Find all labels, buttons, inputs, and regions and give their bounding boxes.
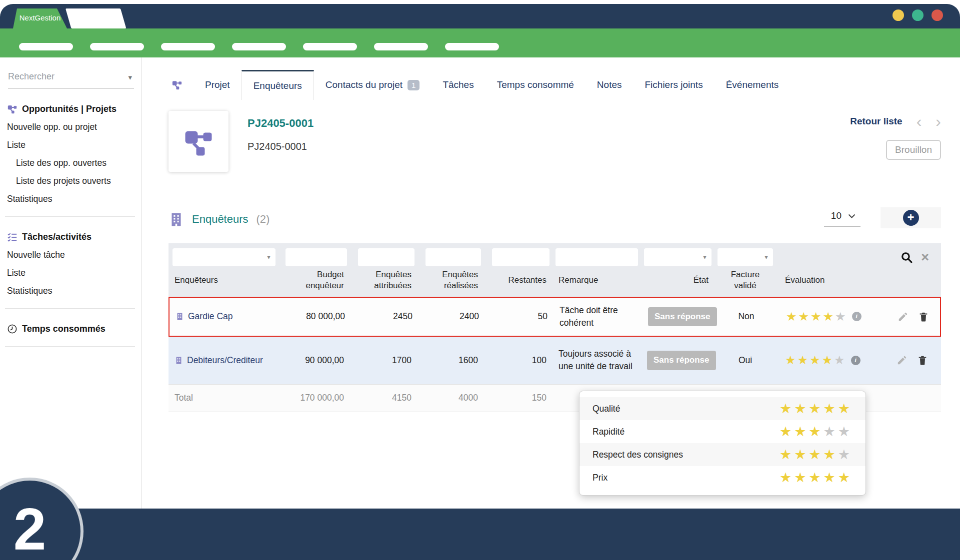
edit-icon[interactable] bbox=[896, 355, 908, 366]
rating-details-popup: Qualité ★★★★★ Rapidité ★★★★★ Respect des… bbox=[579, 391, 866, 496]
checklist-icon bbox=[7, 232, 18, 242]
tab-fichiers-joints[interactable]: Fichiers joints bbox=[634, 70, 714, 100]
criterion-label: Prix bbox=[592, 473, 608, 483]
sidebar-item-liste-projets-ouverts[interactable]: Liste des projets ouverts bbox=[16, 176, 141, 186]
col-attribuees[interactable]: Enquêtes attribuées bbox=[350, 269, 418, 292]
filter-attribuees-input[interactable] bbox=[358, 248, 414, 266]
add-enqueteur-button[interactable]: + bbox=[880, 207, 941, 228]
tab-taches[interactable]: Tâches bbox=[431, 70, 485, 100]
project-name: PJ2405-0001 bbox=[248, 141, 314, 152]
filter-restantes-input[interactable] bbox=[492, 248, 550, 266]
dot-teal-icon[interactable] bbox=[912, 9, 924, 21]
star-rating: ★★★★★ bbox=[780, 449, 852, 461]
tab-enqueteurs[interactable]: Enquêteurs bbox=[242, 70, 314, 100]
filter-realisees-input[interactable] bbox=[426, 248, 481, 266]
nav-pill[interactable] bbox=[161, 43, 215, 50]
clear-filters-icon[interactable]: × bbox=[921, 251, 929, 264]
sidebar-item-liste-opp-ouvertes[interactable]: Liste des opp. ouvertes bbox=[16, 158, 141, 168]
section-count: (2) bbox=[256, 213, 270, 226]
dot-yellow-icon[interactable] bbox=[892, 9, 904, 21]
rating-criterion-row: Prix ★★★★★ bbox=[580, 466, 866, 489]
nav-pill[interactable] bbox=[303, 43, 357, 50]
remark-text: Toujours associé à une unité de travail bbox=[552, 348, 641, 373]
enqueteur-link[interactable]: Debiteurs/Crediteur bbox=[168, 354, 278, 367]
col-realisees[interactable]: Enquêtes réalisées bbox=[418, 269, 484, 292]
rating-criterion-row: Qualité ★★★★★ bbox=[580, 397, 866, 420]
assigned-value: 2450 bbox=[351, 310, 418, 323]
col-facture[interactable]: Facture validé bbox=[714, 269, 776, 292]
search-icon[interactable] bbox=[900, 251, 913, 264]
nav-pill[interactable] bbox=[19, 43, 73, 50]
project-code[interactable]: PJ2405-0001 bbox=[248, 117, 314, 130]
delete-icon[interactable] bbox=[918, 311, 929, 322]
dot-red-icon[interactable] bbox=[932, 9, 943, 21]
tab-projet[interactable]: Projet bbox=[194, 70, 242, 100]
col-restantes[interactable]: Restantes bbox=[484, 275, 552, 286]
filter-budget-input[interactable] bbox=[286, 248, 347, 266]
sidebar-item-liste-taches[interactable]: Liste bbox=[7, 268, 141, 278]
remaining-value: 100 bbox=[484, 354, 552, 367]
sidebar-item-statistiques-taches[interactable]: Statistiques bbox=[7, 286, 141, 296]
nav-pill[interactable] bbox=[90, 43, 144, 50]
sidebar-section-opportunites[interactable]: Opportunités | Projets bbox=[7, 104, 141, 114]
filter-etat-select[interactable]: ▾ bbox=[644, 248, 712, 266]
total-budget: 170 000,00 bbox=[278, 392, 350, 404]
plus-icon: + bbox=[903, 210, 919, 226]
edit-icon[interactable] bbox=[898, 311, 908, 322]
col-remarque[interactable]: Remarque bbox=[552, 275, 641, 286]
sidebar-item-liste-opp[interactable]: Liste bbox=[7, 140, 141, 150]
total-remaining: 150 bbox=[484, 392, 552, 404]
table-row: Debiteurs/Crediteur 90 000,00 1700 1600 … bbox=[168, 337, 941, 384]
brand-tab[interactable]: NextGestion bbox=[13, 8, 67, 28]
nav-pill[interactable] bbox=[445, 43, 499, 50]
filter-enqueteurs-select[interactable]: ▾ bbox=[172, 248, 276, 266]
tab-evenements[interactable]: Événements bbox=[714, 70, 790, 100]
sidebar-section-temps[interactable]: Temps consommés bbox=[7, 324, 141, 334]
criterion-label: Qualité bbox=[592, 404, 620, 414]
section-title: Enquêteurs bbox=[192, 213, 248, 226]
sidebar-item-nouvelle-opp[interactable]: Nouvelle opp. ou projet bbox=[7, 122, 141, 132]
building-icon bbox=[174, 356, 183, 365]
caret-down-icon: ▾ bbox=[128, 73, 132, 82]
tab-notes[interactable]: Notes bbox=[586, 70, 634, 100]
remark-text: Tâche doit être cohérent bbox=[554, 304, 642, 330]
filter-facture-select[interactable]: ▾ bbox=[718, 248, 773, 266]
delete-icon[interactable] bbox=[917, 355, 928, 366]
search-input[interactable]: Rechercher ▾ bbox=[8, 71, 134, 89]
col-etat[interactable]: État bbox=[641, 275, 714, 286]
tab-contacts[interactable]: Contacts du projet 1 bbox=[314, 70, 432, 100]
main-nav bbox=[0, 28, 960, 57]
project-avatar bbox=[168, 111, 228, 172]
back-to-list-link[interactable]: Retour liste bbox=[850, 116, 902, 127]
contacts-count-badge: 1 bbox=[408, 80, 420, 90]
chevron-right-icon[interactable]: › bbox=[936, 116, 941, 127]
col-evaluation[interactable]: Évaluation bbox=[776, 275, 878, 286]
filter-remarque-input[interactable] bbox=[556, 248, 638, 266]
info-icon[interactable]: i bbox=[851, 356, 860, 365]
tab-temps-consomme[interactable]: Temps consommé bbox=[486, 70, 586, 100]
project-type-icon bbox=[172, 79, 182, 90]
col-budget[interactable]: Budget enquêteur bbox=[278, 269, 350, 292]
brand-logo: NextGestion bbox=[20, 13, 61, 22]
total-done: 4000 bbox=[418, 392, 484, 404]
col-enqueteurs[interactable]: Enquêteurs bbox=[168, 275, 278, 286]
total-label: Total bbox=[168, 392, 278, 404]
sidebar-section-taches[interactable]: Tâches/activités bbox=[7, 232, 141, 242]
remaining-value: 50 bbox=[485, 310, 554, 323]
star-rating[interactable]: ★★★★★ bbox=[785, 354, 846, 366]
info-icon[interactable]: i bbox=[852, 312, 862, 321]
nav-pill[interactable] bbox=[374, 43, 428, 50]
window-tab-ghost[interactable] bbox=[66, 8, 126, 28]
chevron-left-icon[interactable]: ‹ bbox=[916, 116, 922, 127]
nav-pill[interactable] bbox=[232, 43, 286, 50]
sidebar-item-nouvelle-tache[interactable]: Nouvelle tâche bbox=[7, 250, 141, 260]
search-placeholder: Rechercher bbox=[8, 71, 54, 81]
sitemap-icon bbox=[7, 104, 18, 114]
enqueteur-link[interactable]: Gardie Cap bbox=[170, 310, 278, 323]
star-rating[interactable]: ★★★★★ bbox=[786, 311, 848, 323]
criterion-label: Respect des consignes bbox=[592, 450, 683, 460]
building-icon bbox=[176, 312, 184, 321]
sidebar-item-statistiques-opp[interactable]: Statistiques bbox=[7, 194, 141, 204]
page-size-select[interactable]: 10 bbox=[824, 207, 860, 227]
window-controls bbox=[892, 9, 943, 21]
